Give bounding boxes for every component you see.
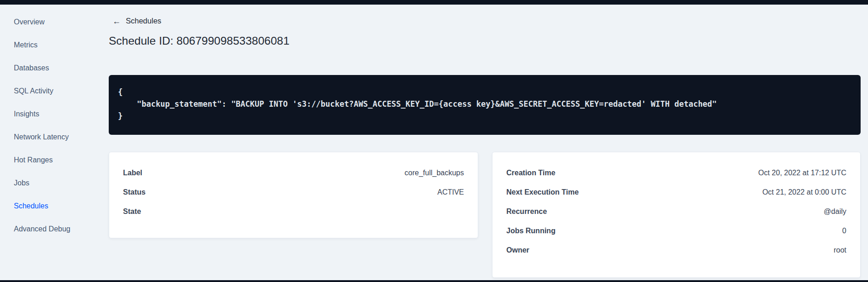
- summary-row: State: [109, 202, 478, 221]
- schedule-timing-card: Creation TimeOct 20, 2022 at 17:12 UTCNe…: [492, 152, 861, 278]
- row-value: core_full_backups: [405, 169, 464, 177]
- sidebar-item-databases[interactable]: Databases: [0, 57, 101, 80]
- page-title: Schedule ID: 806799098533806081: [109, 34, 289, 48]
- sidebar-nav: OverviewMetricsDatabasesSQL ActivityInsi…: [0, 5, 101, 280]
- summary-row: Labelcore_full_backups: [109, 163, 478, 183]
- sidebar-item-advanced-debug[interactable]: Advanced Debug: [0, 218, 101, 241]
- summary-row: Creation TimeOct 20, 2022 at 17:12 UTC: [493, 163, 860, 183]
- row-label: Label: [123, 169, 142, 177]
- sidebar-item-schedules[interactable]: Schedules: [0, 195, 101, 218]
- summary-row: Recurrence@daily: [493, 202, 860, 221]
- summary-row: Next Execution TimeOct 21, 2022 at 0:00 …: [493, 183, 860, 202]
- back-link-label: Schedules: [126, 17, 161, 25]
- row-label: Recurrence: [506, 207, 547, 216]
- summary-row: Jobs Running0: [493, 221, 860, 241]
- row-label: Next Execution Time: [506, 188, 579, 196]
- window-bottom-bar: [0, 280, 868, 282]
- row-label: Status: [123, 188, 146, 196]
- schedule-details-card: Labelcore_full_backupsStatusACTIVEState: [109, 152, 478, 238]
- row-label: Owner: [506, 246, 529, 254]
- sidebar-item-network-latency[interactable]: Network Latency: [0, 126, 101, 149]
- row-label: Creation Time: [506, 169, 555, 177]
- row-value: root: [833, 246, 846, 254]
- row-label: Jobs Running: [506, 227, 556, 235]
- back-arrow-icon: ←: [112, 17, 121, 25]
- row-value: 0: [842, 227, 846, 235]
- row-value: @daily: [824, 207, 846, 216]
- sidebar-item-overview[interactable]: Overview: [0, 11, 101, 34]
- sidebar-item-sql-activity[interactable]: SQL Activity: [0, 80, 101, 103]
- row-value: Oct 20, 2022 at 17:12 UTC: [758, 169, 846, 177]
- sidebar-item-jobs[interactable]: Jobs: [0, 172, 101, 195]
- schedule-definition-code-block: { "backup_statement": "BACKUP INTO 's3:/…: [109, 75, 861, 135]
- back-to-schedules-link[interactable]: ← Schedules: [112, 17, 161, 25]
- row-value: Oct 21, 2022 at 0:00 UTC: [762, 188, 846, 196]
- window-top-bar: [0, 0, 868, 5]
- code-text: { "backup_statement": "BACKUP INTO 's3:/…: [118, 86, 850, 122]
- sidebar-item-hot-ranges[interactable]: Hot Ranges: [0, 149, 101, 172]
- summary-row: StatusACTIVE: [109, 183, 478, 202]
- sidebar-item-metrics[interactable]: Metrics: [0, 34, 101, 57]
- row-label: State: [123, 207, 141, 216]
- summary-row: Ownerroot: [493, 241, 860, 260]
- row-value: ACTIVE: [437, 188, 464, 196]
- sidebar-item-insights[interactable]: Insights: [0, 103, 101, 126]
